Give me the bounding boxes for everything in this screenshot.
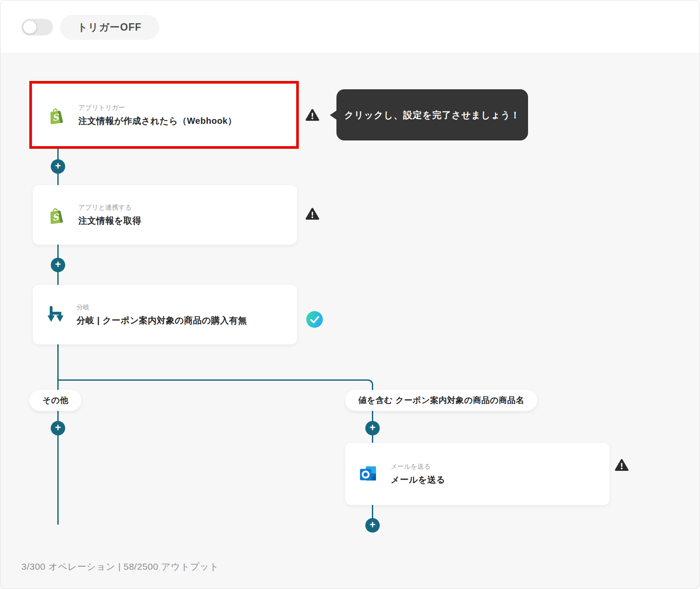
trigger-toggle[interactable] [21, 19, 53, 35]
branch-label-other[interactable]: その他 [29, 390, 81, 411]
check-status-icon [306, 311, 323, 328]
node-app-trigger[interactable]: S アプリトリガー 注文情報が作成されたら（Webhook） [33, 84, 296, 146]
plus-icon: + [55, 259, 61, 270]
workflow-canvas: トリガーOFF S アプリトリガー 注文情報が作成されたら（Webhook） [0, 0, 700, 589]
node-category: 分岐 [77, 303, 247, 312]
add-step-button[interactable]: + [365, 518, 380, 533]
tooltip-arrow [330, 110, 337, 120]
connector-branch-corner [57, 379, 373, 395]
shopify-icon: S [46, 205, 66, 225]
node-title: メールを送る [391, 474, 445, 486]
plus-icon: + [55, 161, 61, 171]
canvas-header: トリガーOFF [0, 0, 700, 53]
outlook-icon [358, 464, 378, 484]
plus-icon: + [370, 423, 375, 433]
usage-counter: 3/300 オペレーション | 58/2500 アウトプット [21, 561, 219, 573]
warning-icon [305, 207, 319, 221]
node-category: アプリと連携する [78, 203, 141, 212]
trigger-status-label: トリガーOFF [77, 21, 142, 34]
node-app-integration[interactable]: S アプリと連携する 注文情報を取得 [33, 185, 297, 245]
node-title: 分岐 | クーポン案内対象の商品の購入有無 [77, 315, 247, 326]
add-step-button[interactable]: + [51, 159, 65, 174]
add-step-button[interactable]: + [51, 258, 65, 272]
node-send-mail[interactable]: メールを送る メールを送る [345, 443, 609, 505]
shopify-icon: S [46, 105, 66, 125]
warning-icon [305, 109, 319, 122]
add-step-button[interactable]: + [51, 421, 65, 435]
add-step-button[interactable]: + [365, 421, 380, 435]
tooltip-text: クリックし、設定を完了させましょう！ [344, 109, 520, 121]
plus-icon: + [370, 520, 375, 530]
node-category: アプリトリガー [78, 104, 237, 112]
branch-label-text: その他 [42, 395, 68, 406]
node-title: 注文情報が作成されたら（Webhook） [78, 115, 237, 127]
trigger-status-badge: トリガーOFF [60, 15, 159, 40]
plus-icon: + [55, 423, 61, 433]
branch-label-condition[interactable]: 値を含む クーポン案内対象の商品の商品名 [345, 390, 537, 411]
trigger-toggle-knob [23, 21, 36, 34]
branch-icon [46, 305, 64, 325]
setup-tooltip: クリックし、設定を完了させましょう！ [336, 89, 528, 140]
branch-label-text: 値を含む クーポン案内対象の商品の商品名 [358, 395, 524, 406]
node-category: メールを送る [391, 463, 445, 471]
node-branch[interactable]: 分岐 分岐 | クーポン案内対象の商品の購入有無 [33, 285, 297, 344]
warning-icon [615, 459, 629, 472]
node-title: 注文情報を取得 [78, 215, 141, 227]
